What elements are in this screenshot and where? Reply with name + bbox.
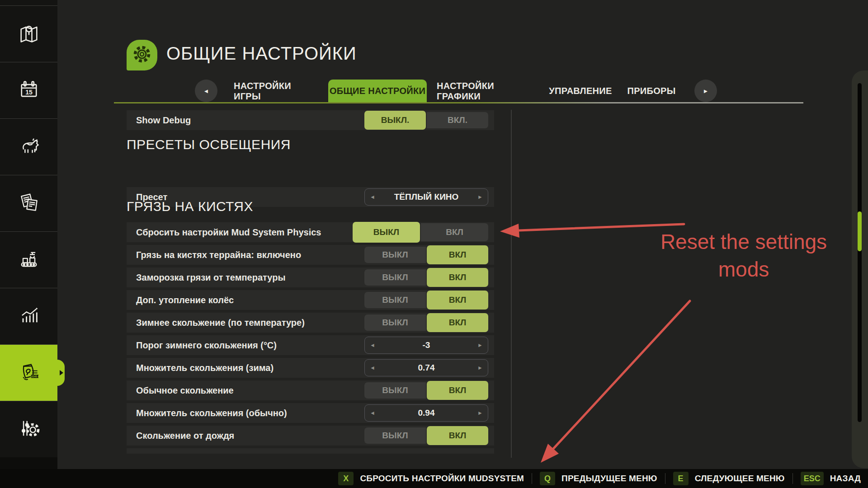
hotbar-divider: [793, 473, 793, 484]
sidebar-item-production[interactable]: [0, 231, 57, 288]
annotation-text: Reset the settings mods: [633, 228, 854, 283]
selector-prev-icon[interactable]: ◄: [365, 365, 380, 371]
toggle-on-button[interactable]: ВКЛ: [427, 381, 488, 400]
svg-text:15: 15: [25, 89, 33, 96]
toggle-off-button[interactable]: ВЫКЛ.: [364, 111, 426, 130]
keycap-q: Q: [540, 472, 555, 485]
toggle-on-button[interactable]: ВКЛ: [427, 268, 488, 287]
map-icon: [17, 21, 41, 47]
winter-slip-multiplier-selector: ◄ 0.74 ►: [364, 359, 488, 376]
settings-gear-tile: [127, 40, 157, 70]
tabs-next-button[interactable]: ►: [694, 80, 717, 102]
clipped-next-row: [127, 448, 494, 454]
sidebar-spacer: [0, 0, 57, 5]
toggle-on-button[interactable]: ВКЛ: [427, 313, 488, 332]
hotbar-next-menu[interactable]: E СЛЕДУЮЩЕЕ МЕНЮ: [673, 472, 785, 485]
sidebar: 15: [0, 0, 57, 457]
setting-row-rain-slip: Скольжение от дождя ВЫКЛ ВКЛ: [127, 426, 494, 446]
tabs-prev-button[interactable]: ◄: [195, 80, 217, 102]
production-icon: [17, 247, 41, 272]
sidebar-item-mud-system[interactable]: 12345 L: [0, 344, 57, 401]
sidebar-item-statistics[interactable]: [0, 288, 57, 344]
animals-icon: [17, 134, 41, 160]
tab-graphics-settings[interactable]: НАСТРОЙКИ ГРАФИКИ: [437, 80, 536, 103]
chevron-left-icon: ◄: [203, 88, 209, 94]
hotbar-previous-menu[interactable]: Q ПРЕДЫДУЩЕЕ МЕНЮ: [540, 472, 657, 485]
toggle-off-button[interactable]: ВЫКЛ: [353, 222, 420, 243]
setting-row-winter-slip: Зимнее скольжение (по температуре) ВЫКЛ …: [127, 313, 494, 333]
toggle-off-button[interactable]: ВЫКЛ: [364, 247, 426, 263]
keycap-e: E: [673, 472, 689, 485]
tab-devices[interactable]: ПРИБОРЫ: [624, 80, 679, 103]
setting-row-show-debug: Show Debug ВЫКЛ. ВКЛ.: [127, 110, 494, 130]
annotation-arrowhead-down: [541, 444, 559, 463]
hotbar-reset-mudsystem[interactable]: X СБРОСИТЬ НАСТРОЙКИ MUDSYSTEM: [338, 472, 524, 485]
normal-slip-toggle: ВЫКЛ ВКЛ: [364, 382, 488, 399]
normal-slip-multiplier-selector: ◄ 0.94 ►: [364, 404, 488, 422]
tab-general-settings[interactable]: ОБЩИЕ НАСТРОЙКИ: [328, 80, 427, 103]
toggle-off-button[interactable]: ВЫКЛ: [364, 427, 426, 444]
sidebar-item-animals[interactable]: [0, 118, 57, 175]
setting-row-reset-mud-physics: Сбросить настройки Mud System Physics ВЫ…: [127, 222, 494, 242]
section-title-lighting-presets: ПРЕСЕТЫ ОСВЕЩЕНИЯ: [127, 137, 494, 152]
hotbar-divider: [665, 473, 665, 484]
toggle-on-button[interactable]: ВКЛ: [427, 426, 488, 445]
toggle-on-button[interactable]: ВКЛ: [427, 245, 488, 264]
selector-prev-icon[interactable]: ◄: [365, 342, 380, 348]
toggle-on-button[interactable]: ВКЛ: [421, 223, 488, 241]
page-title: ОБЩИЕ НАСТРОЙКИ: [166, 43, 357, 64]
mud-system-icon: 12345 L: [16, 359, 42, 386]
rain-slip-toggle: ВЫКЛ ВКЛ: [364, 427, 488, 444]
toggle-off-button[interactable]: ВЫКЛ: [364, 382, 426, 399]
setting-row-wheel-sink: Доп. утопление колёс ВЫКЛ ВКЛ: [127, 290, 494, 310]
svg-text:12345 L: 12345 L: [30, 375, 39, 378]
hotbar-divider: [532, 473, 532, 484]
wheel-sink-toggle: ВЫКЛ ВКЛ: [364, 292, 488, 308]
sidebar-selected-marker: [56, 360, 65, 386]
sidebar-item-game-settings[interactable]: [0, 401, 57, 457]
chevron-right-icon: ►: [703, 88, 709, 94]
hotbar: X СБРОСИТЬ НАСТРОЙКИ MUDSYSTEM Q ПРЕДЫДУ…: [0, 469, 868, 488]
setting-row-terrain-mud: Грязь на кистях террайна: включено ВЫКЛ …: [127, 245, 494, 265]
setting-row-winter-slip-threshold: Порог зимнего скольжения (°C) ◄ -3 ►: [127, 335, 494, 355]
setting-row-winter-slip-multiplier: Множитель скольжения (зима) ◄ 0.74 ►: [127, 358, 494, 378]
selector-prev-icon[interactable]: ◄: [365, 410, 380, 416]
tab-controls[interactable]: УПРАВЛЕНИЕ: [544, 80, 617, 103]
sidebar-item-map[interactable]: [0, 5, 57, 62]
sidebar-item-contracts[interactable]: [0, 175, 57, 231]
section-title-mud-on-brushes: ГРЯЗЬ НА КИСТЯХ: [127, 199, 494, 214]
sidebar-item-calendar[interactable]: 15: [0, 62, 57, 118]
selector-next-icon[interactable]: ►: [472, 410, 488, 416]
terrain-mud-toggle: ВЫКЛ ВКЛ: [364, 247, 488, 263]
gear-icon: [129, 42, 155, 69]
selector-value: 0.74: [380, 363, 472, 373]
scrollbar-track[interactable]: [858, 83, 862, 422]
hotbar-back[interactable]: ESC НАЗАД: [801, 472, 861, 485]
winter-slip-toggle: ВЫКЛ ВКЛ: [364, 314, 488, 331]
toggle-off-button[interactable]: ВЫКЛ: [364, 314, 426, 331]
keycap-x: X: [338, 472, 354, 485]
annotation-arrowhead-left: [500, 224, 519, 238]
toggle-off-button[interactable]: ВЫКЛ: [364, 269, 426, 286]
setting-row-normal-slip: Обычное скольжение ВЫКЛ ВКЛ: [127, 380, 494, 400]
toggle-off-button[interactable]: ВЫКЛ: [364, 292, 426, 308]
list-divider: [511, 110, 512, 458]
game-settings-icon: [17, 417, 41, 442]
annotation-arrow-line: [553, 301, 690, 449]
toggle-on-button[interactable]: ВКЛ: [427, 291, 488, 310]
tab-underline: [114, 102, 803, 103]
general-settings-screen: 15: [0, 0, 868, 488]
tab-game-settings[interactable]: НАСТРОЙКИ ИГРЫ: [234, 80, 320, 103]
calendar-icon: 15: [17, 78, 41, 103]
scrollbar-thumb[interactable]: [858, 211, 862, 251]
keycap-esc: ESC: [801, 472, 824, 485]
selector-next-icon[interactable]: ►: [472, 365, 488, 371]
setting-row-normal-slip-multiplier: Множитель скольжения (обычно) ◄ 0.94 ►: [127, 403, 494, 423]
setting-row-mud-freeze: Заморозка грязи от температуры ВЫКЛ ВКЛ: [127, 267, 494, 287]
setting-label: Show Debug: [136, 115, 191, 126]
show-debug-toggle: ВЫКЛ. ВКЛ.: [364, 112, 488, 128]
mud-freeze-toggle: ВЫКЛ ВКЛ: [364, 269, 488, 286]
toggle-on-button[interactable]: ВКЛ.: [427, 112, 488, 128]
contracts-icon: [17, 191, 41, 216]
selector-next-icon[interactable]: ►: [472, 342, 488, 348]
